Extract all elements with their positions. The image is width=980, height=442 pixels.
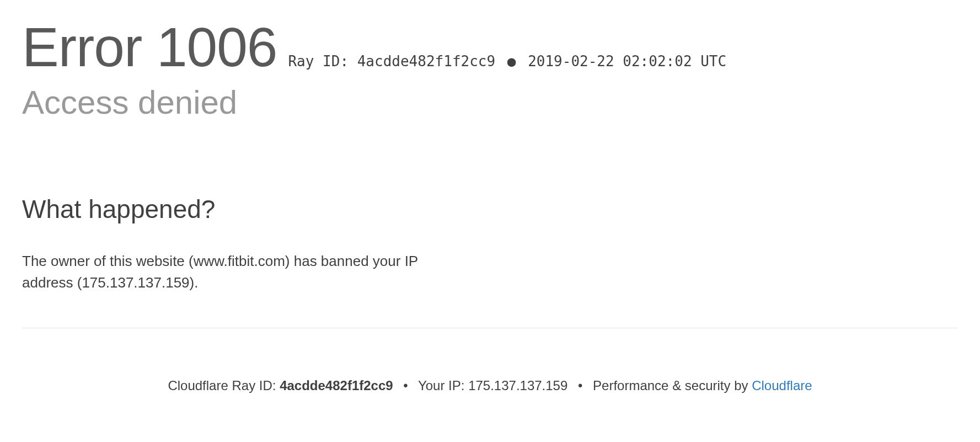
separator-icon: • xyxy=(578,378,582,393)
error-title: Error 1006 xyxy=(22,17,277,77)
footer: Cloudflare Ray ID: 4acdde482f1f2cc9 • Yo… xyxy=(22,378,958,393)
error-header: Error 1006 Ray ID: 4acdde482f1f2cc9 ● 20… xyxy=(22,17,958,77)
bullet-icon: ● xyxy=(507,53,516,70)
ray-info: Ray ID: 4acdde482f1f2cc9 ● 2019-02-22 02… xyxy=(288,53,726,70)
what-happened-section: What happened? The owner of this website… xyxy=(22,194,452,294)
ray-id-value: 4acdde482f1f2cc9 xyxy=(357,53,495,70)
footer-ray-label: Cloudflare Ray ID: xyxy=(168,378,276,393)
error-subtitle: Access denied xyxy=(22,83,958,123)
timestamp: 2019-02-22 02:02:02 UTC xyxy=(528,53,726,70)
cloudflare-link[interactable]: Cloudflare xyxy=(752,378,812,393)
ray-id-label: Ray ID: xyxy=(288,53,349,70)
section-body: The owner of this website (www.fitbit.co… xyxy=(22,251,452,294)
separator-icon: • xyxy=(403,378,408,393)
footer-ray-id: 4acdde482f1f2cc9 xyxy=(280,378,393,393)
footer-ip-value: 175.137.137.159 xyxy=(468,378,567,393)
footer-perf-label: Performance & security by xyxy=(593,378,748,393)
section-heading: What happened? xyxy=(22,194,452,224)
divider xyxy=(22,328,958,328)
footer-ip-label: Your IP: xyxy=(418,378,465,393)
